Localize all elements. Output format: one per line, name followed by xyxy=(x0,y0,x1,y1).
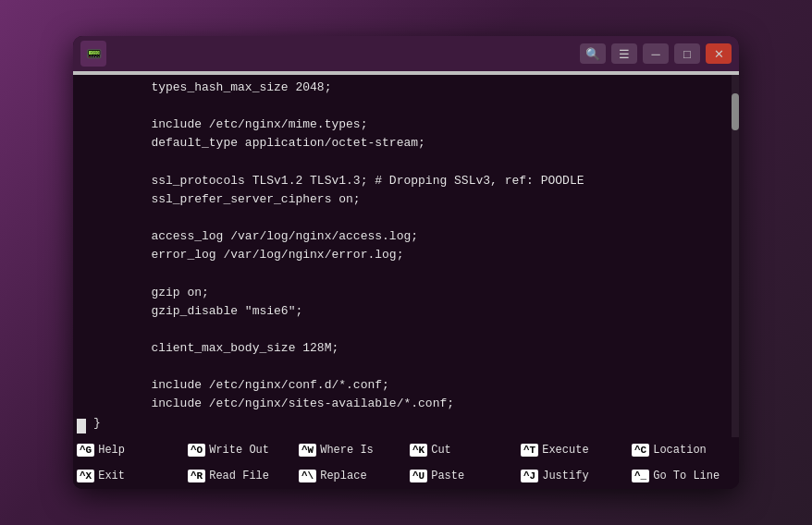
footer-cell[interactable]: ^KCut xyxy=(406,437,517,463)
footer-cell[interactable]: ^JJustify xyxy=(517,463,628,489)
shortcut-key: ^X xyxy=(77,470,94,482)
cursor-block xyxy=(77,419,86,433)
footer-row-2: ^XExit^RRead File^\Replace^UPaste^JJusti… xyxy=(73,463,739,489)
minimize-button[interactable]: ─ xyxy=(643,43,669,64)
footer-cell[interactable]: ^RRead File xyxy=(184,463,295,489)
shortcut-label: Read File xyxy=(209,470,269,482)
shortcut-key: ^T xyxy=(521,444,538,457)
shortcut-label: Cut xyxy=(431,444,451,457)
footer-cell[interactable]: ^UPaste xyxy=(406,463,517,489)
shortcut-key: ^_ xyxy=(632,470,649,482)
scrollbar-thumb[interactable] xyxy=(732,93,739,130)
footer-cell[interactable]: ^GHelp xyxy=(73,437,184,463)
window-controls: 🔍 ☰ ─ □ ✕ xyxy=(580,43,732,64)
search-button[interactable]: 🔍 xyxy=(580,43,606,64)
nano-footer: ^GHelp^OWrite Out^WWhere Is^KCut^TExecut… xyxy=(73,437,739,489)
app-icon: 📟 xyxy=(80,41,106,67)
shortcut-key: ^W xyxy=(299,444,316,457)
shortcut-key: ^G xyxy=(77,444,94,457)
shortcut-key: ^R xyxy=(188,470,205,482)
footer-cell[interactable]: ^OWrite Out xyxy=(184,437,295,463)
shortcut-label: Execute xyxy=(542,444,588,457)
shortcut-key: ^\ xyxy=(299,470,316,482)
footer-cell[interactable]: ^TExecute xyxy=(517,437,628,463)
footer-row-1: ^GHelp^OWrite Out^WWhere Is^KCut^TExecut… xyxy=(73,437,739,463)
shortcut-label: Write Out xyxy=(209,444,269,457)
titlebar: 📟 🔍 ☰ ─ □ ✕ xyxy=(73,36,739,71)
footer-cell[interactable]: ^_Go To Line xyxy=(628,463,739,489)
shortcut-label: Justify xyxy=(542,470,588,482)
shortcut-label: Replace xyxy=(320,470,366,482)
editor-content[interactable]: types_hash_max_size 2048; include /etc/n… xyxy=(90,75,732,437)
shortcut-label: Help xyxy=(98,444,125,457)
shortcut-label: Location xyxy=(653,444,707,457)
footer-cell[interactable]: ^WWhere Is xyxy=(295,437,406,463)
shortcut-label: Go To Line xyxy=(653,470,720,482)
shortcut-key: ^C xyxy=(632,444,649,457)
shortcut-label: Paste xyxy=(431,470,464,482)
shortcut-key: ^K xyxy=(410,444,427,457)
shortcut-label: Exit xyxy=(98,470,125,482)
maximize-button[interactable]: □ xyxy=(674,43,700,64)
scrollbar[interactable] xyxy=(732,75,739,437)
editor-area[interactable]: types_hash_max_size 2048; include /etc/n… xyxy=(73,75,739,437)
close-button[interactable]: ✕ xyxy=(706,43,732,64)
menu-button[interactable]: ☰ xyxy=(611,43,637,64)
terminal-window: 📟 🔍 ☰ ─ □ ✕ types_hash_max_size 2048; in… xyxy=(73,36,739,489)
shortcut-label: Where Is xyxy=(320,444,374,457)
footer-cell[interactable]: ^\Replace xyxy=(295,463,406,489)
footer-cell[interactable]: ^XExit xyxy=(73,463,184,489)
shortcut-key: ^O xyxy=(188,444,205,457)
shortcut-key: ^J xyxy=(521,470,538,482)
line-indicator xyxy=(73,75,90,437)
footer-cell[interactable]: ^CLocation xyxy=(628,437,739,463)
shortcut-key: ^U xyxy=(410,470,427,482)
